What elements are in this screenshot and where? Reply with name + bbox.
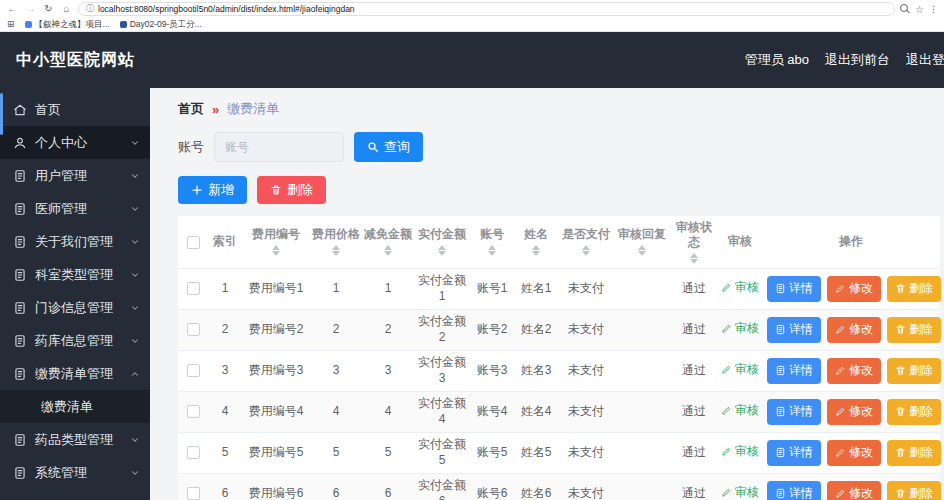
table-row: 5费用编号555实付金额5账号5姓名5未支付通过审核详情修改删除: [178, 432, 940, 473]
column-header-label: 减免金额: [364, 227, 412, 242]
sort-icon[interactable]: [638, 245, 646, 256]
refresh-icon[interactable]: ↻: [42, 4, 55, 14]
row-delete-button[interactable]: 删除: [887, 317, 941, 343]
select-all-checkbox[interactable]: [178, 216, 208, 268]
bookmark-label: Day02-09-员工分...: [130, 19, 202, 31]
exit-to-front-button[interactable]: 退出到前台: [825, 51, 890, 69]
column-header-pay_status[interactable]: 是否支付: [558, 216, 614, 268]
row-detail-button[interactable]: 详情: [767, 399, 821, 425]
row-detail-button[interactable]: 详情: [767, 276, 821, 302]
row-checkbox[interactable]: [187, 282, 200, 295]
sidebar-item-drug-type-management[interactable]: 药品类型管理: [0, 423, 150, 456]
sidebar-item-outpatient-info-management[interactable]: 门诊信息管理: [0, 291, 150, 324]
row-delete-button[interactable]: 删除: [887, 440, 941, 466]
cell-fee_no: 费用编号2: [242, 309, 310, 350]
row-edit-button[interactable]: 修改: [827, 317, 881, 343]
query-button-label: 查询: [384, 138, 410, 156]
breadcrumb-home[interactable]: 首页: [178, 100, 204, 118]
app-title: 中小型医院网站: [16, 50, 135, 71]
row-checkbox[interactable]: [187, 405, 200, 418]
sidebar-subitem-payment-list[interactable]: 缴费清单: [0, 390, 150, 423]
chevron-up-icon: [130, 369, 140, 379]
sidebar-item-pharmacy-info-management[interactable]: 药库信息管理: [0, 324, 150, 357]
row-delete-button[interactable]: 删除: [887, 399, 941, 425]
row-delete-button[interactable]: 删除: [887, 276, 941, 302]
sort-icon[interactable]: [532, 245, 540, 256]
column-header-label: 审核: [728, 234, 752, 249]
sidebar-item-user-management[interactable]: 用户管理: [0, 159, 150, 192]
row-edit-button[interactable]: 修改: [827, 481, 881, 500]
row-detail-button[interactable]: 详情: [767, 440, 821, 466]
column-header-review_reply[interactable]: 审核回复: [614, 216, 670, 268]
delete-button[interactable]: 删除: [257, 176, 326, 204]
sort-icon[interactable]: [272, 245, 280, 256]
row-edit-button[interactable]: 修改: [827, 399, 881, 425]
cell-name: 姓名5: [514, 432, 558, 473]
review-link[interactable]: 审核: [721, 321, 759, 337]
bookmark-item[interactable]: Day02-09-员工分...: [120, 19, 202, 31]
sort-icon[interactable]: [384, 245, 392, 256]
sidebar-item-home[interactable]: 首页: [0, 93, 150, 126]
sort-icon[interactable]: [332, 245, 340, 256]
cell-pay_status: 未支付: [558, 432, 614, 473]
row-delete-button[interactable]: 删除: [887, 358, 941, 384]
column-header-paid[interactable]: 实付金额: [414, 216, 470, 268]
row-detail-button[interactable]: 详情: [767, 481, 821, 500]
column-header-account[interactable]: 账号: [470, 216, 514, 268]
review-link[interactable]: 审核: [721, 485, 759, 500]
column-header-name[interactable]: 姓名: [514, 216, 558, 268]
back-icon[interactable]: ←: [6, 4, 19, 14]
row-detail-button[interactable]: 详情: [767, 358, 821, 384]
row-checkbox[interactable]: [187, 364, 200, 377]
sidebar-scrollbar-thumb[interactable]: [0, 93, 3, 135]
apps-grid-icon[interactable]: ⊞: [7, 20, 15, 29]
browser-menu-icon[interactable]: ⋮: [929, 4, 938, 14]
zoom-in-icon[interactable]: [900, 4, 910, 14]
account-input[interactable]: [214, 132, 344, 162]
cell-actions: 详情修改删除: [762, 268, 940, 309]
sidebar-item-system-management[interactable]: 系统管理: [0, 456, 150, 489]
url-bar[interactable]: ⓘ localhost:8080/springbootil5n0/admin/d…: [78, 2, 895, 16]
column-header-label: 审核状态: [672, 220, 716, 250]
sidebar-item-about-us-management[interactable]: 关于我们管理: [0, 225, 150, 258]
row-delete-button[interactable]: 删除: [887, 481, 941, 500]
column-header-price[interactable]: 费用价格: [310, 216, 362, 268]
column-header-fee_no[interactable]: 费用编号: [242, 216, 310, 268]
chevron-down-icon: [130, 171, 140, 181]
column-header-discount[interactable]: 减免金额: [362, 216, 414, 268]
browser-chrome: ← → ↻ ⌂ ⓘ localhost:8080/springbootil5n0…: [0, 0, 944, 32]
column-header-label: 索引: [213, 234, 237, 249]
review-link[interactable]: 审核: [721, 444, 759, 460]
row-checkbox[interactable]: [187, 446, 200, 459]
review-link[interactable]: 审核: [721, 403, 759, 419]
review-link[interactable]: 审核: [721, 362, 759, 378]
sidebar-item-doctor-management[interactable]: 医师管理: [0, 192, 150, 225]
cell-pay_status: 未支付: [558, 350, 614, 391]
row-detail-button[interactable]: 详情: [767, 317, 821, 343]
bookmark-item[interactable]: 【叙神之魂】项目...: [25, 19, 110, 31]
row-edit-button[interactable]: 修改: [827, 358, 881, 384]
review-link[interactable]: 审核: [721, 280, 759, 296]
forward-icon[interactable]: →: [24, 4, 37, 14]
query-button[interactable]: 查询: [354, 132, 423, 162]
sort-icon[interactable]: [582, 245, 590, 256]
row-edit-button[interactable]: 修改: [827, 440, 881, 466]
sidebar-item-department-type-management[interactable]: 科室类型管理: [0, 258, 150, 291]
app-header: 中小型医院网站 管理员 abo 退出到前台 退出登录: [0, 32, 944, 88]
logout-button[interactable]: 退出登录: [906, 51, 944, 69]
sort-icon[interactable]: [438, 245, 446, 256]
column-header-review_status[interactable]: 审核状态: [670, 216, 718, 268]
bookmark-star-icon[interactable]: ☆: [915, 4, 924, 15]
sidebar-item-payment-list-management[interactable]: 缴费清单管理: [0, 357, 150, 390]
browser-home-icon[interactable]: ⌂: [60, 4, 73, 14]
row-checkbox[interactable]: [187, 487, 200, 500]
row-edit-button[interactable]: 修改: [827, 276, 881, 302]
row-checkbox[interactable]: [187, 323, 200, 336]
page-info-icon[interactable]: ⓘ: [86, 5, 94, 13]
sort-icon[interactable]: [488, 245, 496, 256]
sidebar-item-personal-center[interactable]: 个人中心: [0, 126, 150, 159]
add-button[interactable]: 新增: [178, 176, 247, 204]
cell-review_status: 通过: [670, 309, 718, 350]
cell-review_status: 通过: [670, 268, 718, 309]
sort-icon[interactable]: [690, 253, 698, 264]
